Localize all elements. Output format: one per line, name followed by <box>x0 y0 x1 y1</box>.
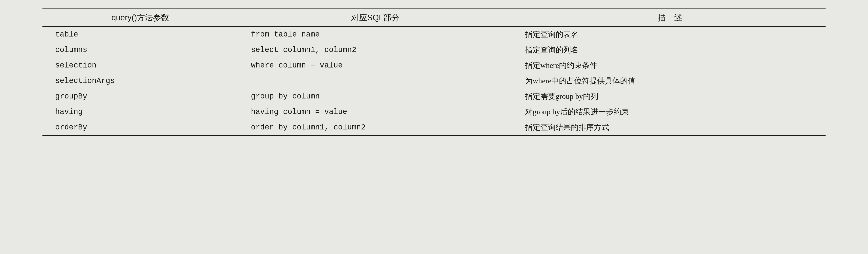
query-params-table: query()方法参数 对应SQL部分 描述 table from table_… <box>42 8 826 136</box>
table-row: orderBy order by column1, column2 指定查询结果… <box>42 120 826 136</box>
cell-sql: group by column <box>238 89 513 104</box>
cell-sql: having column = value <box>238 104 513 120</box>
table-row: having having column = value 对group by后的… <box>42 104 826 120</box>
cell-desc: 指定查询结果的排序方式 <box>512 120 826 136</box>
cell-param: selection <box>42 58 238 73</box>
query-params-table-container: query()方法参数 对应SQL部分 描述 table from table_… <box>42 8 826 136</box>
table-row: groupBy group by column 指定需要group by的列 <box>42 89 826 104</box>
header-desc: 描述 <box>512 9 826 27</box>
table-header-row: query()方法参数 对应SQL部分 描述 <box>42 9 826 27</box>
table-row: table from table_name 指定查询的表名 <box>42 27 826 42</box>
cell-sql: where column = value <box>238 58 513 73</box>
cell-desc: 指定查询的表名 <box>512 27 826 42</box>
cell-sql: - <box>238 73 513 89</box>
cell-desc: 指定查询的列名 <box>512 42 826 58</box>
table-row: selectionArgs - 为where中的占位符提供具体的值 <box>42 73 826 89</box>
cell-param: table <box>42 27 238 42</box>
cell-desc: 对group by后的结果进一步约束 <box>512 104 826 120</box>
header-param: query()方法参数 <box>42 9 238 27</box>
cell-param: columns <box>42 42 238 58</box>
cell-param: selectionArgs <box>42 73 238 89</box>
cell-sql: select column1, column2 <box>238 42 513 58</box>
table-row: selection where column = value 指定where的约… <box>42 58 826 73</box>
cell-sql: order by column1, column2 <box>238 120 513 136</box>
table-body: table from table_name 指定查询的表名 columns se… <box>42 27 826 136</box>
cell-desc: 指定where的约束条件 <box>512 58 826 73</box>
cell-param: having <box>42 104 238 120</box>
header-sql: 对应SQL部分 <box>238 9 513 27</box>
cell-desc: 为where中的占位符提供具体的值 <box>512 73 826 89</box>
table-row: columns select column1, column2 指定查询的列名 <box>42 42 826 58</box>
cell-desc: 指定需要group by的列 <box>512 89 826 104</box>
cell-sql: from table_name <box>238 27 513 42</box>
cell-param: orderBy <box>42 120 238 136</box>
cell-param: groupBy <box>42 89 238 104</box>
